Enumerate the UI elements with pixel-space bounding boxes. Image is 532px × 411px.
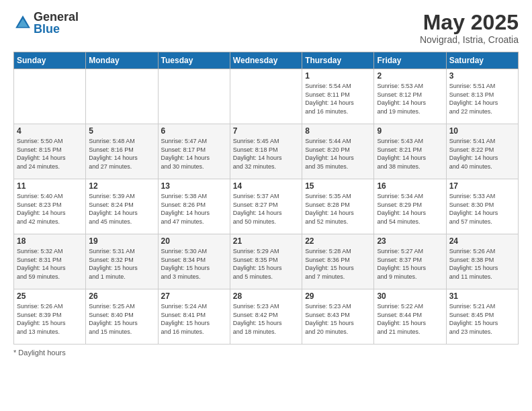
logo: General Blue [13, 11, 79, 35]
calendar-cell: 26Sunrise: 5:25 AM Sunset: 8:40 PM Dayli… [86, 289, 158, 345]
day-info: Sunrise: 5:33 AM Sunset: 8:30 PM Dayligh… [449, 192, 515, 226]
header-tuesday: Tuesday [158, 52, 230, 69]
day-info: Sunrise: 5:28 AM Sunset: 8:36 PM Dayligh… [305, 247, 371, 281]
day-info: Sunrise: 5:47 AM Sunset: 8:17 PM Dayligh… [161, 137, 227, 171]
day-number: 1 [305, 71, 371, 81]
calendar-cell: 14Sunrise: 5:37 AM Sunset: 8:27 PM Dayli… [230, 179, 302, 234]
day-info: Sunrise: 5:34 AM Sunset: 8:29 PM Dayligh… [377, 192, 443, 226]
calendar-cell [14, 69, 86, 124]
header-friday: Friday [374, 52, 446, 69]
calendar-cell: 6Sunrise: 5:47 AM Sunset: 8:17 PM Daylig… [158, 124, 230, 179]
day-number: 4 [17, 126, 83, 136]
day-number: 7 [233, 126, 299, 136]
calendar-cell: 12Sunrise: 5:39 AM Sunset: 8:24 PM Dayli… [86, 179, 158, 234]
header-monday: Monday [86, 52, 158, 69]
calendar-cell: 30Sunrise: 5:22 AM Sunset: 8:44 PM Dayli… [374, 289, 446, 345]
logo-text: General Blue [34, 11, 79, 35]
calendar-cell: 11Sunrise: 5:40 AM Sunset: 8:23 PM Dayli… [14, 179, 86, 234]
weekday-header-row: Sunday Monday Tuesday Wednesday Thursday… [14, 52, 519, 69]
day-number: 30 [377, 291, 443, 301]
calendar-cell: 15Sunrise: 5:35 AM Sunset: 8:28 PM Dayli… [302, 179, 374, 234]
day-info: Sunrise: 5:50 AM Sunset: 8:15 PM Dayligh… [17, 137, 83, 171]
day-number: 9 [377, 126, 443, 136]
day-info: Sunrise: 5:30 AM Sunset: 8:34 PM Dayligh… [161, 247, 227, 281]
day-number: 28 [233, 291, 299, 301]
day-number: 18 [17, 236, 83, 246]
calendar-cell: 5Sunrise: 5:48 AM Sunset: 8:16 PM Daylig… [86, 124, 158, 179]
calendar-cell: 23Sunrise: 5:27 AM Sunset: 8:37 PM Dayli… [374, 234, 446, 289]
location-title: Novigrad, Istria, Croatia [420, 34, 519, 45]
calendar-cell [158, 69, 230, 124]
logo-general-text: General [34, 11, 79, 23]
calendar-cell: 9Sunrise: 5:43 AM Sunset: 8:21 PM Daylig… [374, 124, 446, 179]
title-block: May 2025 Novigrad, Istria, Croatia [420, 11, 519, 45]
day-number: 23 [377, 236, 443, 246]
calendar-cell: 22Sunrise: 5:28 AM Sunset: 8:36 PM Dayli… [302, 234, 374, 289]
calendar-cell: 3Sunrise: 5:51 AM Sunset: 8:13 PM Daylig… [446, 69, 518, 124]
calendar-cell: 27Sunrise: 5:24 AM Sunset: 8:41 PM Dayli… [158, 289, 230, 345]
day-info: Sunrise: 5:26 AM Sunset: 8:38 PM Dayligh… [449, 247, 515, 281]
calendar-cell: 16Sunrise: 5:34 AM Sunset: 8:29 PM Dayli… [374, 179, 446, 234]
day-info: Sunrise: 5:26 AM Sunset: 8:39 PM Dayligh… [17, 302, 83, 336]
day-number: 14 [233, 181, 299, 191]
day-number: 27 [161, 291, 227, 301]
day-info: Sunrise: 5:48 AM Sunset: 8:16 PM Dayligh… [89, 137, 154, 171]
day-info: Sunrise: 5:54 AM Sunset: 8:11 PM Dayligh… [305, 82, 371, 116]
day-number: 20 [161, 236, 227, 246]
calendar-cell: 10Sunrise: 5:41 AM Sunset: 8:22 PM Dayli… [446, 124, 518, 179]
page: General Blue May 2025 Novigrad, Istria, … [0, 0, 532, 411]
calendar-table: Sunday Monday Tuesday Wednesday Thursday… [13, 52, 519, 345]
day-number: 6 [161, 126, 227, 136]
header-thursday: Thursday [302, 52, 374, 69]
calendar-row-5: 25Sunrise: 5:26 AM Sunset: 8:39 PM Dayli… [14, 289, 519, 345]
day-number: 12 [89, 181, 154, 191]
calendar-cell [86, 69, 158, 124]
header-wednesday: Wednesday [230, 52, 302, 69]
calendar-cell: 1Sunrise: 5:54 AM Sunset: 8:11 PM Daylig… [302, 69, 374, 124]
day-number: 3 [449, 71, 515, 81]
calendar-cell: 29Sunrise: 5:23 AM Sunset: 8:43 PM Dayli… [302, 289, 374, 345]
day-info: Sunrise: 5:25 AM Sunset: 8:40 PM Dayligh… [89, 302, 154, 336]
day-info: Sunrise: 5:31 AM Sunset: 8:32 PM Dayligh… [89, 247, 154, 281]
calendar-cell: 17Sunrise: 5:33 AM Sunset: 8:30 PM Dayli… [446, 179, 518, 234]
day-info: Sunrise: 5:44 AM Sunset: 8:20 PM Dayligh… [305, 137, 371, 171]
day-info: Sunrise: 5:45 AM Sunset: 8:18 PM Dayligh… [233, 137, 299, 171]
day-number: 22 [305, 236, 371, 246]
calendar-cell: 19Sunrise: 5:31 AM Sunset: 8:32 PM Dayli… [86, 234, 158, 289]
logo-icon [13, 13, 32, 32]
day-number: 19 [89, 236, 154, 246]
day-info: Sunrise: 5:39 AM Sunset: 8:24 PM Dayligh… [89, 192, 154, 226]
day-number: 13 [161, 181, 227, 191]
header-sunday: Sunday [14, 52, 86, 69]
day-info: Sunrise: 5:23 AM Sunset: 8:43 PM Dayligh… [305, 302, 371, 336]
calendar-row-1: 1Sunrise: 5:54 AM Sunset: 8:11 PM Daylig… [14, 69, 519, 124]
day-info: Sunrise: 5:53 AM Sunset: 8:12 PM Dayligh… [377, 82, 443, 116]
calendar-cell: 8Sunrise: 5:44 AM Sunset: 8:20 PM Daylig… [302, 124, 374, 179]
header: General Blue May 2025 Novigrad, Istria, … [13, 11, 519, 45]
day-info: Sunrise: 5:22 AM Sunset: 8:44 PM Dayligh… [377, 302, 443, 336]
calendar-cell: 31Sunrise: 5:21 AM Sunset: 8:45 PM Dayli… [446, 289, 518, 345]
day-number: 10 [449, 126, 515, 136]
day-info: Sunrise: 5:32 AM Sunset: 8:31 PM Dayligh… [17, 247, 83, 281]
day-number: 15 [305, 181, 371, 191]
calendar-cell: 4Sunrise: 5:50 AM Sunset: 8:15 PM Daylig… [14, 124, 86, 179]
day-info: Sunrise: 5:35 AM Sunset: 8:28 PM Dayligh… [305, 192, 371, 226]
day-number: 2 [377, 71, 443, 81]
calendar-row-2: 4Sunrise: 5:50 AM Sunset: 8:15 PM Daylig… [14, 124, 519, 179]
day-info: Sunrise: 5:43 AM Sunset: 8:21 PM Dayligh… [377, 137, 443, 171]
day-number: 17 [449, 181, 515, 191]
logo-blue-text: Blue [34, 23, 79, 35]
header-saturday: Saturday [446, 52, 518, 69]
day-number: 25 [17, 291, 83, 301]
calendar-cell: 2Sunrise: 5:53 AM Sunset: 8:12 PM Daylig… [374, 69, 446, 124]
day-number: 24 [449, 236, 515, 246]
day-info: Sunrise: 5:51 AM Sunset: 8:13 PM Dayligh… [449, 82, 515, 116]
day-info: Sunrise: 5:37 AM Sunset: 8:27 PM Dayligh… [233, 192, 299, 226]
day-info: Sunrise: 5:27 AM Sunset: 8:37 PM Dayligh… [377, 247, 443, 281]
month-title: May 2025 [420, 11, 519, 34]
day-info: Sunrise: 5:23 AM Sunset: 8:42 PM Dayligh… [233, 302, 299, 336]
day-info: Sunrise: 5:29 AM Sunset: 8:35 PM Dayligh… [233, 247, 299, 281]
day-number: 26 [89, 291, 154, 301]
day-info: Sunrise: 5:41 AM Sunset: 8:22 PM Dayligh… [449, 137, 515, 171]
calendar-cell [230, 69, 302, 124]
